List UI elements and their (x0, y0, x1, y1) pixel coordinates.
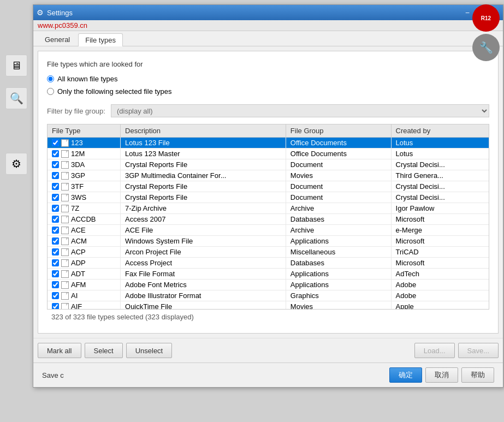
file-type-icon (61, 248, 69, 256)
col-header-group[interactable]: File Group (286, 124, 391, 138)
file-type-label: ADP (71, 259, 86, 267)
cell-creator: Microsoft (391, 236, 489, 247)
radio-all-known[interactable]: All known file types (47, 75, 489, 83)
cell-group: Document (286, 192, 391, 203)
help-button[interactable]: 帮助 (461, 367, 494, 383)
cell-type: 7Z (48, 203, 121, 214)
row-checkbox[interactable] (52, 161, 59, 168)
row-checkbox[interactable] (52, 172, 59, 179)
filter-label: Filter by file group: (47, 107, 105, 115)
row-checkbox[interactable] (52, 194, 59, 201)
col-header-type[interactable]: File Type (48, 124, 121, 138)
sidebar-icon-1: 🖥 (5, 55, 27, 76)
row-checkbox[interactable] (52, 292, 59, 299)
table-row[interactable]: AIFQuickTime FileMoviesApple (48, 301, 489, 310)
table-row[interactable]: AFMAdobe Font MetricsApplicationsAdobe (48, 280, 489, 290)
table-row[interactable]: ACEACE FileArchivee-Merge (48, 225, 489, 236)
cell-group: Archive (286, 203, 391, 214)
file-type-label: 3TF (71, 182, 84, 191)
bottom-buttons: 确定 取消 帮助 (389, 367, 494, 383)
row-checkbox[interactable] (52, 183, 59, 190)
cell-group: Applications (286, 280, 391, 290)
radio-all-known-input[interactable] (47, 75, 54, 82)
load-button[interactable]: Load... (414, 343, 455, 358)
row-checkbox[interactable] (52, 150, 59, 157)
cell-group: Databases (286, 214, 391, 225)
app-icon: ⚙ (37, 8, 44, 17)
table-row[interactable]: ACCDBAccess 2007DatabasesMicrosoft (48, 214, 489, 225)
cell-group: Applications (286, 269, 391, 280)
table-row[interactable]: 3DACrystal Reports FileDocumentCrystal D… (48, 159, 489, 170)
table-row[interactable]: AIAdobe Illustrator FormatGraphicsAdobe (48, 290, 489, 301)
unselect-button[interactable]: Unselect (126, 343, 173, 358)
table-row[interactable]: 3WSCrystal Reports FileDocumentCrystal D… (48, 192, 489, 203)
confirm-button[interactable]: 确定 (389, 367, 422, 383)
filter-select[interactable]: (display all) (111, 104, 489, 117)
file-type-icon (61, 172, 69, 180)
table-row[interactable]: 12MLotus 123 MasterOffice DocumentsLotus (48, 148, 489, 159)
cell-description: Lotus 123 File (121, 138, 286, 148)
table-row[interactable]: ADTFax File FormatApplicationsAdTech (48, 269, 489, 280)
cell-creator: Crystal Decisi... (391, 159, 489, 170)
file-type-icon (61, 292, 69, 300)
cell-type: 123 (48, 138, 121, 148)
file-type-icon (61, 227, 69, 234)
file-type-label: ACCDB (71, 215, 96, 223)
url-bar: www.pc0359.cn (33, 20, 503, 31)
cell-description: Fax File Format (121, 269, 286, 280)
row-checkbox[interactable] (52, 205, 59, 212)
row-checkbox[interactable] (52, 281, 59, 288)
file-type-label: 3WS (71, 193, 86, 201)
table-row[interactable]: ADPAccess ProjectDatabasesMicrosoft (48, 258, 489, 269)
table-row[interactable]: ACMWindows System FileApplicationsMicros… (48, 236, 489, 247)
row-checkbox[interactable] (52, 270, 59, 277)
file-type-icon (61, 237, 69, 245)
file-type-label: 7Z (71, 204, 79, 212)
tab-general[interactable]: General (38, 33, 77, 46)
sidebar-icon-2: 🔍 (5, 87, 27, 109)
radio-only-selected-label: Only the following selected file types (57, 87, 172, 96)
table-row[interactable]: 123Lotus 123 FileOffice DocumentsLotus (48, 138, 489, 148)
minimize-button[interactable]: – (461, 7, 473, 18)
window-title: Settings (47, 9, 73, 17)
save-button[interactable]: Save... (458, 343, 499, 358)
row-checkbox[interactable] (52, 237, 59, 245)
row-checkbox[interactable] (52, 227, 59, 234)
file-type-icon (61, 259, 69, 267)
cell-type: ACP (48, 247, 121, 258)
file-types-table-container[interactable]: File Type Description File Group Created… (47, 124, 489, 310)
file-type-icon (61, 205, 69, 212)
col-header-creator[interactable]: Created by (391, 124, 489, 138)
file-type-icon (61, 270, 69, 278)
col-header-description[interactable]: Description (121, 124, 286, 138)
mark-all-button[interactable]: Mark all (38, 343, 81, 358)
row-checkbox[interactable] (52, 139, 59, 146)
cell-creator: Apple (391, 301, 489, 310)
table-row[interactable]: 7Z7-Zip ArchiveArchiveIgor Pawlow (48, 203, 489, 214)
table-row[interactable]: ACPArcon Project FileMiscellaneousTriCAD (48, 247, 489, 258)
table-row[interactable]: 3GP3GP Multimedia Container For...Movies… (48, 170, 489, 181)
row-checkbox[interactable] (52, 259, 59, 266)
radio-only-selected-input[interactable] (47, 88, 54, 95)
radio-all-known-label: All known file types (57, 75, 118, 83)
bottom-bar: Save c 确定 取消 帮助 (33, 362, 503, 387)
cancel-button[interactable]: 取消 (425, 367, 458, 383)
row-checkbox[interactable] (52, 248, 59, 255)
cell-description: Adobe Font Metrics (121, 280, 286, 290)
tab-bar: General File types (33, 31, 503, 46)
select-button[interactable]: Select (85, 343, 123, 358)
tab-file-types[interactable]: File types (78, 33, 123, 46)
file-type-icon (61, 194, 69, 201)
cell-description: ACE File (121, 225, 286, 236)
file-type-icon (61, 183, 69, 191)
cell-description: Access Project (121, 258, 286, 269)
cell-creator: Lotus (391, 138, 489, 148)
cell-creator: Microsoft (391, 214, 489, 225)
row-checkbox[interactable] (52, 216, 59, 223)
row-checkbox[interactable] (52, 303, 59, 310)
cell-group: Databases (286, 258, 391, 269)
cell-type: ADP (48, 258, 121, 269)
radio-only-selected[interactable]: Only the following selected file types (47, 87, 489, 96)
file-type-icon (61, 303, 69, 310)
table-row[interactable]: 3TFCrystal Reports FileDocumentCrystal D… (48, 181, 489, 192)
